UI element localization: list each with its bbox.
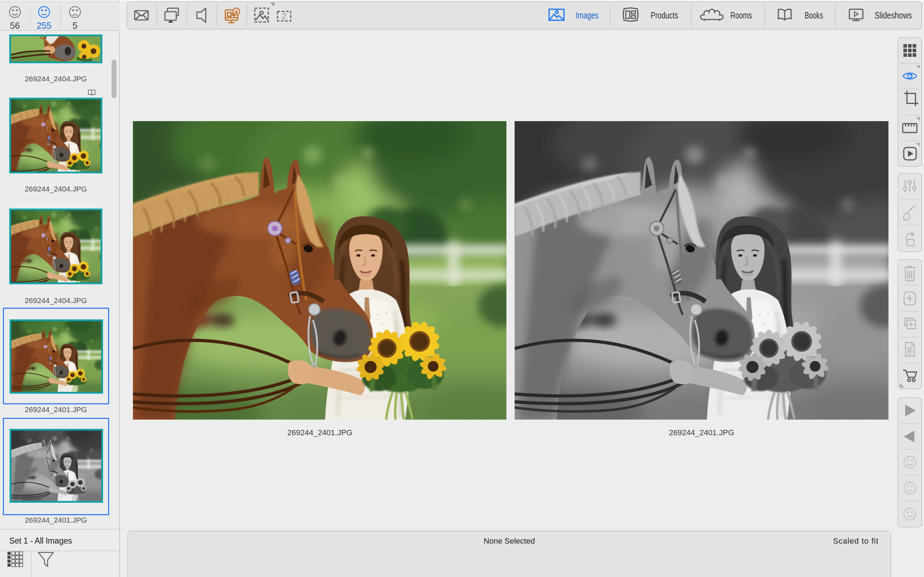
svg-text:Rooms: Rooms [730, 10, 752, 20]
svg-text:Images: Images [576, 10, 598, 20]
svg-text:5: 5 [73, 21, 77, 31]
svg-text:56: 56 [10, 21, 20, 31]
svg-text:255: 255 [37, 21, 52, 31]
svg-text:2: 2 [282, 11, 287, 21]
svg-text:Books: Books [805, 10, 823, 20]
svg-text:Products: Products [651, 10, 678, 20]
svg-text:Slideshows: Slideshows [875, 10, 912, 20]
